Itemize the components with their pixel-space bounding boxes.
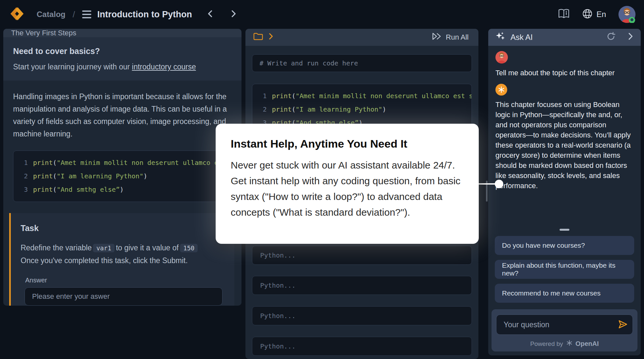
chat-user-avatar [495,59,508,64]
drag-handle[interactable] [560,229,569,231]
lesson-code-snippet: 1print("Amet minim mollit non deserunt u… [13,151,232,202]
run-all-button[interactable]: Run All [429,32,471,43]
chapter-menu-icon[interactable] [82,10,91,18]
ask-ai-title: Ask AI [510,33,533,42]
expand-chevron-icon[interactable] [268,33,274,42]
code-line: 2print("I am learning Python") [259,103,465,116]
lesson-panel: The Very First Steps Need to cover basic… [3,29,241,306]
onboarding-tooltip: Instant Help, Anytime You Need It Never … [216,124,479,244]
suggestion-chip[interactable]: Explain about this function, maybe its n… [495,260,634,279]
tooltip-connector-line [478,183,497,185]
task-card: Task Redefine the variablevar1to give it… [9,213,234,306]
ask-ai-header: Ask AI [488,29,641,46]
breadcrumb-catalog[interactable]: Catalog [37,10,65,19]
language-label: En [597,10,606,19]
answer-input[interactable] [25,287,223,306]
python-cell-input[interactable] [252,246,472,265]
powered-by: Powered by OpenAI [496,339,633,348]
python-cell-input[interactable] [252,337,472,356]
basics-text: Start your learning journey with our [13,63,132,71]
introductory-course-link[interactable]: introductory course [132,63,196,71]
lesson-title: The Very First Steps [11,29,76,37]
code-line: 2print("I am learning Python") [20,170,225,183]
tooltip-title: Instant Help, Anytime You Need It [231,137,464,150]
task-description: Redefine the variablevar1to give it a va… [21,242,224,267]
answer-label: Answer [25,277,224,284]
basics-card: Need to cover basics? Start your learnin… [3,37,241,81]
suggestion-chip[interactable]: Recommend to me new courses [495,284,634,303]
breadcrumb-separator: / [73,9,75,20]
app-header: Catalog / Introduction to Python [0,0,644,29]
openai-brand: OpenAI [576,340,599,348]
inline-code-var1: var1 [93,244,115,252]
sparkles-icon [495,31,505,43]
lesson-paragraph: Handling images in Python is important b… [13,90,232,140]
ask-ai-input-card: Powered by OpenAI [492,309,637,351]
code-editor-input[interactable] [252,54,472,72]
runner-toolbar: Run All [245,29,478,46]
openai-logo-icon [566,339,573,348]
suggestion-chips: Do you have new courses? Explain about t… [488,236,641,303]
folder-icon[interactable] [253,32,263,43]
run-all-label: Run All [446,33,469,42]
python-cell-input[interactable] [252,276,472,295]
openai-avatar-icon [495,84,507,96]
next-chapter-icon[interactable] [230,10,237,19]
page-title: Introduction to Python [97,9,192,20]
user-avatar[interactable] [618,6,635,23]
user-message: Tell me about the topic of this chapter [495,69,634,77]
prev-chapter-icon[interactable] [206,10,214,19]
basics-heading: Need to cover basics? [13,46,232,56]
python-cell-input[interactable] [252,306,472,325]
task-description-line2: Once you've completed this task, click t… [21,256,188,265]
ask-ai-panel: Ask AI [488,29,641,355]
question-input[interactable] [496,314,633,335]
language-switcher[interactable]: En [582,9,606,20]
reset-chat-icon[interactable] [606,31,616,43]
ai-message: This chapter focuses on using Boolean lo… [495,99,634,191]
app-logo-icon[interactable] [9,5,26,24]
code-line: 1print("Amet minim mollit non deserunt u… [259,89,465,103]
collapse-panel-chevron-icon[interactable] [628,33,634,42]
docs-book-icon[interactable] [558,9,570,20]
globe-icon [582,9,593,20]
chat-thread: Tell me about the topic of this chapter … [488,46,641,191]
tooltip-connector-dot [495,180,503,188]
run-all-icon [431,32,442,43]
inline-code-150: 150 [180,244,198,252]
code-line: 3print("And smthg else”) [20,183,225,196]
lesson-panel-header: The Very First Steps [3,29,241,37]
task-heading: Task [21,224,224,233]
code-line: 1print("Amet minim mollit non deserunt u… [20,156,225,170]
suggestion-chip[interactable]: Do you have new courses? [495,236,634,255]
tooltip-body: Never get stuck with our AI assistant av… [231,157,464,220]
send-icon[interactable] [617,319,628,331]
